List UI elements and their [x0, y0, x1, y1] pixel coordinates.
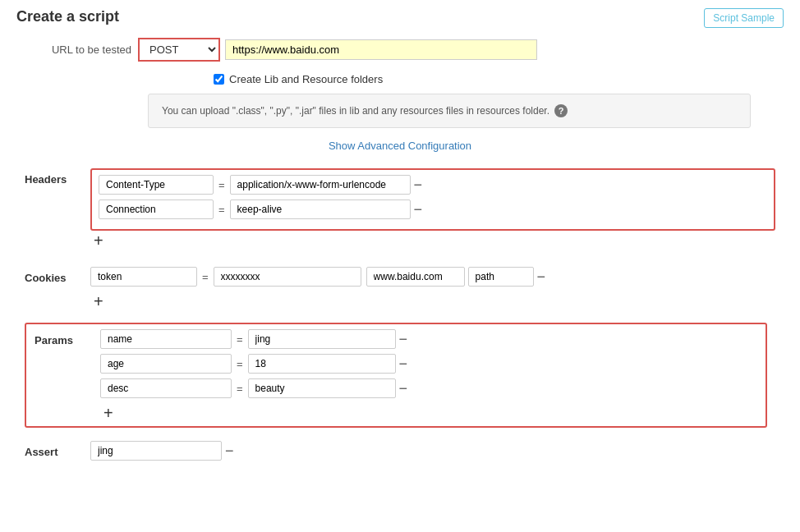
- equals-sign: =: [237, 358, 243, 370]
- cookies-label: Cookies: [25, 267, 90, 284]
- param-remove-button-2[interactable]: −: [396, 381, 411, 396]
- method-select[interactable]: POST: [138, 38, 220, 62]
- headers-label: Headers: [25, 168, 90, 186]
- url-input[interactable]: [225, 39, 537, 60]
- page-title: Create a script: [16, 8, 119, 25]
- equals-sign: =: [237, 383, 243, 395]
- cookie-remove-button-0[interactable]: −: [534, 269, 549, 284]
- assert-value-input-0[interactable]: [90, 441, 222, 461]
- equals-sign: =: [218, 179, 225, 191]
- cookie-row: = −: [90, 267, 775, 287]
- header-value-input-1[interactable]: [230, 200, 411, 219]
- header-add-button[interactable]: +: [90, 232, 107, 249]
- param-row: = −: [100, 354, 757, 374]
- param-row: = −: [100, 329, 757, 349]
- param-key-input-2[interactable]: [100, 378, 232, 398]
- param-add-button[interactable]: +: [100, 405, 117, 421]
- equals-sign: =: [218, 204, 225, 216]
- assert-label: Assert: [25, 441, 90, 458]
- advanced-config-link[interactable]: Show Advanced Configuration: [329, 140, 471, 152]
- assert-row: −: [90, 441, 775, 461]
- lib-checkbox[interactable]: [214, 74, 224, 85]
- cookie-path-input-0[interactable]: [468, 267, 534, 287]
- lib-checkbox-label: Create Lib and Resource folders: [229, 73, 383, 85]
- cookie-key-input-0[interactable]: [90, 267, 197, 287]
- header-remove-button-0[interactable]: −: [411, 177, 426, 192]
- cookie-add-button[interactable]: +: [90, 293, 107, 310]
- info-icon: ?: [554, 104, 568, 117]
- param-key-input-0[interactable]: [100, 329, 232, 349]
- header-value-input-0[interactable]: [230, 175, 411, 195]
- params-label: Params: [34, 329, 100, 346]
- param-value-input-2[interactable]: [248, 378, 396, 398]
- header-key-input-0[interactable]: [99, 175, 214, 195]
- assert-remove-button-0[interactable]: −: [222, 443, 237, 458]
- param-remove-button-1[interactable]: −: [396, 356, 411, 371]
- param-row: = −: [100, 378, 757, 398]
- equals-sign: =: [202, 271, 209, 283]
- info-text: You can upload ".class", ".py", ".jar" f…: [162, 105, 549, 117]
- cookie-value-input-0[interactable]: [214, 267, 361, 287]
- param-value-input-0[interactable]: [248, 329, 396, 349]
- header-remove-button-1[interactable]: −: [411, 202, 426, 217]
- header-row: = −: [99, 200, 767, 219]
- param-key-input-1[interactable]: [100, 354, 232, 374]
- equals-sign: =: [237, 333, 243, 346]
- header-row: = −: [99, 175, 767, 195]
- param-value-input-1[interactable]: [248, 354, 396, 374]
- header-key-input-1[interactable]: [99, 200, 214, 219]
- param-remove-button-0[interactable]: −: [396, 332, 411, 346]
- url-label: URL to be tested: [33, 44, 131, 56]
- cookie-domain-input-0[interactable]: [366, 267, 465, 287]
- script-sample-button[interactable]: Script Sample: [704, 8, 784, 28]
